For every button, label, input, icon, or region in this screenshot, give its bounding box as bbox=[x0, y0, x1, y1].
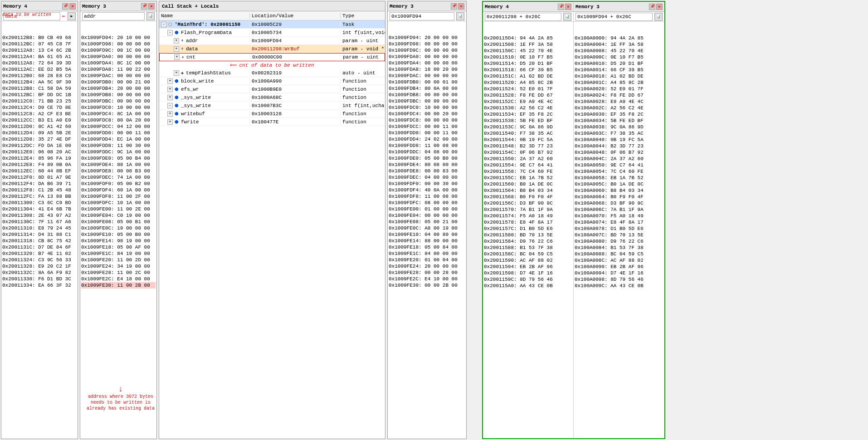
callstack-row[interactable]: +⬢efs_wr0x1000B9E0function bbox=[159, 85, 385, 93]
memory3-far-right-chart-btn[interactable]: 📊 bbox=[654, 13, 663, 21]
memory-row[interactable]: 0x100A0084: B1 53 7F 38 bbox=[575, 244, 663, 251]
memory-row[interactable]: 0x100A004C: 2A 37 A2 60 bbox=[575, 156, 663, 162]
memory-row[interactable]: 0x1009FDC8: 00 00 00 00 bbox=[389, 117, 465, 123]
memory3-mid-close-icon[interactable]: ✕ bbox=[458, 3, 464, 10]
memory-row[interactable]: 0x1009FDC4: 00 00 20 00 bbox=[389, 111, 465, 117]
memory3-left-pin-icon[interactable]: 📌 bbox=[141, 3, 147, 10]
memory-row[interactable]: 0x100A003C: F7 38 35 AC bbox=[575, 130, 663, 137]
memory-row[interactable]: 0x2001150C: 45 22 70 4E bbox=[484, 48, 572, 54]
memory-row[interactable]: 0x1009FD94: 20 00 00 00 bbox=[389, 34, 465, 41]
memory-row[interactable]: 0x1009FE24: 34 19 00 00 bbox=[81, 263, 156, 269]
memory-row[interactable]: 0x200112B8: B0 CB 49 68 bbox=[2, 34, 77, 41]
memory3-mid-chart-btn[interactable]: 📊 bbox=[456, 12, 464, 20]
callstack-row[interactable]: +♦addr0x1009FD94param - uint bbox=[159, 37, 385, 45]
memory-row[interactable]: 0x1009FE28: 00 00 28 00 bbox=[389, 269, 465, 276]
memory-row[interactable]: 0x1009FD98: 00 00 00 00 bbox=[389, 41, 465, 47]
memory-row[interactable]: 0x1009FE08: 05 00 21 00 bbox=[389, 219, 465, 225]
memory-row[interactable]: 0x1009FDFC: 10 1A 00 00 bbox=[81, 200, 156, 206]
memory3-left-close-icon[interactable]: ✕ bbox=[148, 3, 155, 10]
expand-btn[interactable]: + bbox=[167, 111, 173, 117]
memory-row[interactable]: 0x200112C4: D9 CE 7D 8E bbox=[2, 104, 77, 111]
memory4-left-address-input[interactable] bbox=[3, 12, 60, 20]
memory-row[interactable]: 0x1009FDB4: 80 0A 00 00 bbox=[389, 85, 465, 92]
memory-row[interactable]: 0x1009FE00: 01 00 00 00 bbox=[389, 206, 465, 212]
memory-row[interactable]: 0x1009FDD8: 11 00 30 00 bbox=[81, 142, 156, 149]
memory-row[interactable]: 0x1009FDEC: 04 00 00 00 bbox=[389, 174, 465, 181]
memory-row[interactable]: 0x1009FE08: 05 00 B1 00 bbox=[81, 219, 156, 225]
memory-row[interactable]: 0x100A0088: BC 04 59 C5 bbox=[575, 251, 663, 257]
memory-row[interactable]: 0x1009FDA0: 00 00 00 00 bbox=[81, 54, 156, 60]
memory-row[interactable]: 0x200112F8: C1 2B 45 48 bbox=[2, 187, 77, 193]
memory3-left-content[interactable]: 0x1009FD94: 20 10 00 000x1009FD98: 00 00… bbox=[80, 21, 156, 439]
memory-row[interactable]: 0x100A0000: 94 4A 2A 85 bbox=[575, 35, 663, 41]
callstack-row[interactable]: +◆tempFlashStatus0x00282319auto - uint bbox=[159, 69, 385, 77]
memory-row[interactable]: 0x1009FE18: 05 00 AF 00 bbox=[81, 244, 156, 250]
memory-row[interactable]: 0x1009FE20: 01 00 04 00 bbox=[389, 257, 465, 263]
memory-row[interactable]: 0x1009FDE0: 05 00 B0 00 bbox=[389, 155, 465, 161]
expand-btn[interactable]: + bbox=[167, 119, 173, 125]
expand-btn[interactable]: + bbox=[167, 78, 173, 84]
memory-row[interactable]: 0x1009FDF4: 60 1A 00 00 bbox=[81, 187, 156, 193]
memory-row[interactable]: 0x100A0090: EB 2B AF 96 bbox=[575, 264, 663, 270]
memory-row[interactable]: 0x1009FDEC: 74 1A 00 00 bbox=[81, 174, 156, 181]
memory-row[interactable]: 0x20011580: BD 70 13 5E bbox=[484, 232, 572, 238]
memory-row[interactable]: 0x1009FDF8: 11 00 2F 00 bbox=[81, 193, 156, 200]
memory-row[interactable]: 0x20011318: CB 8C 75 42 bbox=[2, 238, 77, 244]
memory-row[interactable]: 0x200112D8: 35 27 4E DF bbox=[2, 136, 77, 142]
memory-row[interactable]: 0x200112F0: 8D 01 A7 9E bbox=[2, 174, 77, 181]
memory-row[interactable]: 0x100A0030: EF 35 F8 2C bbox=[575, 111, 663, 117]
memory-row[interactable]: 0x20011530: A2 56 C2 4E bbox=[484, 105, 572, 111]
memory-row[interactable]: 0x1009FDCC: 00 00 11 00 bbox=[389, 123, 465, 130]
memory-row[interactable]: 0x100A0010: D5 20 D1 BF bbox=[575, 60, 663, 67]
memory-row[interactable]: 0x1009FDA4: 8C 1C 00 00 bbox=[81, 60, 156, 66]
expand-btn[interactable]: + bbox=[167, 95, 173, 100]
memory-row[interactable]: 0x1009FDA8: 11 00 22 00 bbox=[81, 66, 156, 73]
memory-row[interactable]: 0x20011310: E8 79 24 45 bbox=[2, 225, 77, 231]
expand-btn[interactable]: + bbox=[174, 38, 179, 44]
memory3-mid-address-input[interactable] bbox=[390, 12, 454, 20]
memory-row[interactable]: 0x200112B0: 68 28 E8 C9 bbox=[2, 73, 77, 79]
memory-row[interactable]: 0x1009FDC4: 8C 1A 00 00 bbox=[81, 111, 156, 117]
memory-row[interactable]: 0x20011590: AC AF 88 02 bbox=[484, 257, 572, 264]
memory-row[interactable]: 0x1009FDF0: 05 00 B2 00 bbox=[81, 181, 156, 187]
memory-row[interactable]: 0x100A0080: D9 76 22 C6 bbox=[575, 238, 663, 244]
memory-row[interactable]: 0x200112CC: B3 E1 A0 E0 bbox=[2, 117, 77, 123]
memory4-right-chart-btn[interactable]: 📊 bbox=[563, 13, 571, 21]
memory-row[interactable]: 0x20011308: 2E 43 07 A2 bbox=[2, 212, 77, 219]
memory-row[interactable]: 0x1009FE0C: A8 00 19 00 bbox=[389, 225, 465, 231]
memory-row[interactable]: 0x1009FDB0: 00 00 01 00 bbox=[389, 79, 465, 85]
memory-row[interactable]: 0x100A006C: 7A B1 1F 9A bbox=[575, 206, 663, 213]
memory-row[interactable]: 0x200112AC: EE D2 B5 5A bbox=[2, 66, 77, 73]
memory-row[interactable]: 0x200112D4: 09 A5 5B 2E bbox=[2, 130, 77, 136]
memory-row[interactable]: 0x100A0060: B8 B4 03 34 bbox=[575, 187, 663, 194]
memory4-left-pin-icon[interactable]: 📌 bbox=[62, 3, 68, 10]
memory-row[interactable]: 0x200112E4: 85 96 FA 19 bbox=[2, 155, 77, 161]
memory-row[interactable]: 0x100A0008: 45 22 70 4E bbox=[575, 48, 663, 54]
memory-row[interactable]: 0x20011570: 7A B1 1F 9A bbox=[484, 206, 572, 213]
memory-row[interactable]: 0x100A009C: AA 43 CE 0B bbox=[575, 283, 663, 289]
collapse-btn[interactable]: - bbox=[161, 22, 166, 27]
memory4-left-goto-btn[interactable]: ▶ bbox=[68, 12, 76, 20]
memory-row[interactable]: 0x200112F4: DA B6 39 71 bbox=[2, 181, 77, 187]
memory-row[interactable]: 0x1009FD98: 00 00 00 00 bbox=[81, 41, 156, 47]
memory-row[interactable]: 0x1009FE04: 00 00 00 00 bbox=[389, 212, 465, 219]
memory-row[interactable]: 0x100A0020: 52 E0 01 7F bbox=[575, 86, 663, 92]
memory-row[interactable]: 0x200115O4: 94 4A 2A 85 bbox=[484, 35, 572, 41]
memory-row[interactable]: 0x100A0038: 9C 0A 86 9D bbox=[575, 124, 663, 130]
memory-row[interactable]: 0x1009FDDC: 04 08 00 00 bbox=[389, 149, 465, 155]
memory-row[interactable]: 0x1009FDFC: 08 00 00 00 bbox=[389, 200, 465, 206]
memory-row[interactable]: 0x2001151C: A1 02 BD DE bbox=[484, 73, 572, 79]
memory-row[interactable]: 0x1009FE10: 04 00 80 00 bbox=[389, 231, 465, 238]
memory-row[interactable]: 0x1009FDCC: 04 12 00 00 bbox=[81, 123, 156, 130]
memory-row[interactable]: 0x20011548: B2 3D 77 23 bbox=[484, 143, 572, 149]
memory-row[interactable]: 0x1009FE30: 00 00 2B 00 bbox=[389, 282, 465, 288]
memory-row[interactable]: 0x20011584: D9 76 22 C6 bbox=[484, 238, 572, 244]
memory4-right-address-input[interactable] bbox=[485, 13, 561, 21]
memory-row[interactable]: 0x1009FE10: 05 00 B0 00 bbox=[81, 231, 156, 238]
memory-row[interactable]: 0x2001152C: E9 A9 4E 4C bbox=[484, 98, 572, 105]
memory-row[interactable]: 0x1009FDE8: 00 00 83 00 bbox=[389, 168, 465, 174]
memory-row[interactable]: 0x20011300: C3 6C C9 BD bbox=[2, 200, 77, 206]
memory-row[interactable]: 0x2001132C: 8A 6A F9 82 bbox=[2, 269, 77, 276]
memory-row[interactable]: 0x200112E8: F4 89 0B 0A bbox=[2, 161, 77, 168]
memory-row[interactable]: 0x20011574: F5 A0 18 49 bbox=[484, 213, 572, 219]
